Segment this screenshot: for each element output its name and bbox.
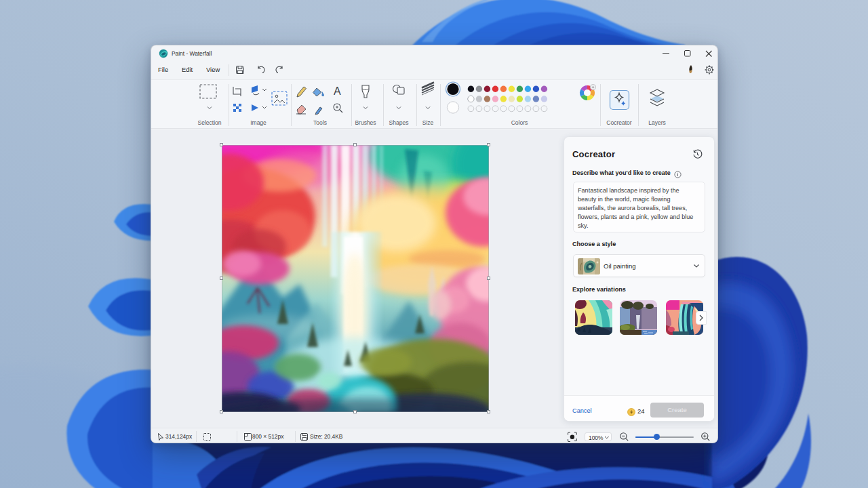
svg-text:A: A — [334, 85, 341, 97]
